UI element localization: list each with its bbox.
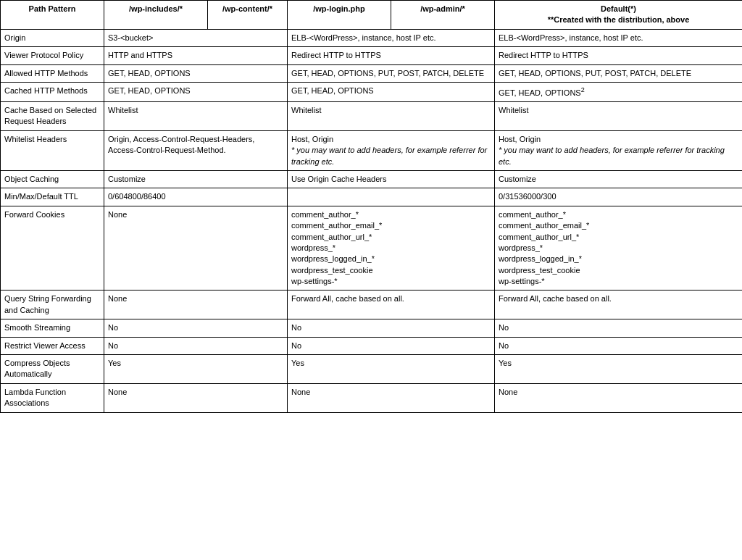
col-default: Forward All, cache based on all. bbox=[495, 291, 743, 319]
col-wp-includes: GET, HEAD, OPTIONS bbox=[104, 64, 288, 82]
col-wp-login: None bbox=[288, 383, 495, 412]
row-label: Cached HTTP Methods bbox=[1, 82, 104, 101]
col-wp-login: Host, Origin* you may want to add header… bbox=[288, 130, 495, 170]
col-wp-login: No bbox=[288, 319, 495, 337]
distribution-table: Path Pattern /wp-includes/* /wp-content/… bbox=[0, 0, 742, 413]
table-row: Forward CookiesNonecomment_author_* comm… bbox=[1, 206, 743, 291]
table-row: Allowed HTTP MethodsGET, HEAD, OPTIONSGE… bbox=[1, 64, 743, 82]
col-wp-login: No bbox=[288, 337, 495, 354]
col-default: Redirect HTTP to HTTPS bbox=[495, 47, 743, 64]
col-wp-login: GET, HEAD, OPTIONS, PUT, POST, PATCH, DE… bbox=[288, 64, 495, 82]
row-label: Restrict Viewer Access bbox=[1, 337, 104, 354]
table-row: Whitelist HeadersOrigin, Access-Control-… bbox=[1, 130, 743, 170]
header-row: Path Pattern /wp-includes/* /wp-content/… bbox=[1, 1, 743, 30]
row-label: Object Caching bbox=[1, 170, 104, 188]
col-wp-includes: No bbox=[104, 337, 288, 354]
header-wp-includes: /wp-includes/* bbox=[104, 1, 208, 30]
col-wp-login: Yes bbox=[288, 355, 495, 384]
col-default: GET, HEAD, OPTIONS, PUT, POST, PATCH, DE… bbox=[495, 64, 743, 82]
col-wp-includes: S3-<bucket> bbox=[104, 29, 288, 46]
col-wp-login: Redirect HTTP to HTTPS bbox=[288, 47, 495, 64]
table-row: Cache Based on Selected Request HeadersW… bbox=[1, 102, 743, 131]
header-wp-login: /wp-login.php bbox=[288, 1, 391, 30]
row-label: Allowed HTTP Methods bbox=[1, 64, 104, 82]
table-row: Cached HTTP MethodsGET, HEAD, OPTIONSGET… bbox=[1, 82, 743, 101]
col-wp-login: Whitelist bbox=[288, 102, 495, 131]
col-default: Host, Origin* you may want to add header… bbox=[495, 130, 743, 170]
row-label: Query String Forwarding and Caching bbox=[1, 291, 104, 319]
col-default: comment_author_* comment_author_email_* … bbox=[495, 206, 743, 291]
row-label: Whitelist Headers bbox=[1, 130, 104, 170]
col-default: Whitelist bbox=[495, 102, 743, 131]
row-label: Cache Based on Selected Request Headers bbox=[1, 102, 104, 131]
header-wp-admin: /wp-admin/* bbox=[391, 1, 495, 30]
row-label: Viewer Protocol Policy bbox=[1, 47, 104, 64]
row-label: Lambda Function Associations bbox=[1, 383, 104, 412]
col-wp-includes: HTTP and HTTPS bbox=[104, 47, 288, 64]
table-row: Object CachingCustomizeUse Origin Cache … bbox=[1, 170, 743, 188]
table-wrapper: Path Pattern /wp-includes/* /wp-content/… bbox=[0, 0, 742, 413]
table-row: OriginS3-<bucket>ELB-<WordPress>, instan… bbox=[1, 29, 743, 46]
col-default: ELB-<WordPress>, instance, host IP etc. bbox=[495, 29, 743, 46]
table-row: Viewer Protocol PolicyHTTP and HTTPSRedi… bbox=[1, 47, 743, 64]
col-default: 0/31536000/300 bbox=[495, 188, 743, 206]
table-row: Restrict Viewer AccessNoNoNo bbox=[1, 337, 743, 354]
row-label: Compress Objects Automatically bbox=[1, 355, 104, 384]
col-wp-includes: None bbox=[104, 291, 288, 319]
col-default: Customize bbox=[495, 170, 743, 188]
col-default: No bbox=[495, 337, 743, 354]
col-wp-login: comment_author_* comment_author_email_* … bbox=[288, 206, 495, 291]
col-wp-includes: No bbox=[104, 319, 288, 337]
header-wp-content: /wp-content/* bbox=[208, 1, 288, 30]
table-row: Lambda Function AssociationsNoneNoneNone bbox=[1, 383, 743, 412]
col-wp-login bbox=[288, 188, 495, 206]
row-label: Forward Cookies bbox=[1, 206, 104, 291]
row-label: Origin bbox=[1, 29, 104, 46]
col-wp-includes: Whitelist bbox=[104, 102, 288, 131]
col-wp-includes: Customize bbox=[104, 170, 288, 188]
col-wp-includes: None bbox=[104, 383, 288, 412]
col-wp-includes: None bbox=[104, 206, 288, 291]
table-row: Smooth StreamingNoNoNo bbox=[1, 319, 743, 337]
col-default: No bbox=[495, 319, 743, 337]
col-default: GET, HEAD, OPTIONS2 bbox=[495, 82, 743, 101]
header-default: Default(*) **Created with the distributi… bbox=[495, 1, 743, 30]
col-wp-includes: 0/604800/86400 bbox=[104, 188, 288, 206]
col-wp-includes: Origin, Access-Control-Request-Headers, … bbox=[104, 130, 288, 170]
col-wp-login: Forward All, cache based on all. bbox=[288, 291, 495, 319]
table-row: Query String Forwarding and CachingNoneF… bbox=[1, 291, 743, 319]
col-wp-login: Use Origin Cache Headers bbox=[288, 170, 495, 188]
row-label: Smooth Streaming bbox=[1, 319, 104, 337]
col-default: None bbox=[495, 383, 743, 412]
col-wp-includes: Yes bbox=[104, 355, 288, 384]
col-wp-includes: GET, HEAD, OPTIONS bbox=[104, 82, 288, 101]
table-row: Compress Objects AutomaticallyYesYesYes bbox=[1, 355, 743, 384]
row-label: Min/Max/Default TTL bbox=[1, 188, 104, 206]
col-wp-login: ELB-<WordPress>, instance, host IP etc. bbox=[288, 29, 495, 46]
col-wp-login: GET, HEAD, OPTIONS bbox=[288, 82, 495, 101]
col-default: Yes bbox=[495, 355, 743, 384]
table-row: Min/Max/Default TTL0/604800/864000/31536… bbox=[1, 188, 743, 206]
header-path-pattern: Path Pattern bbox=[1, 1, 104, 30]
